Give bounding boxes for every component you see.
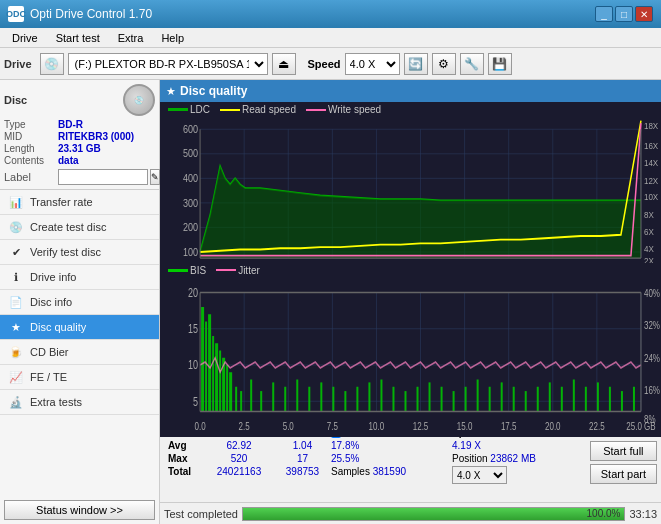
svg-text:7.5: 7.5	[327, 419, 339, 432]
drive-select[interactable]: (F:) PLEXTOR BD-R PX-LB950SA 1.06	[68, 53, 268, 75]
svg-text:4X: 4X	[644, 243, 654, 254]
total-row: Total 24021163 398753 Samples 381590 4.0…	[168, 466, 578, 484]
svg-rect-110	[453, 391, 455, 411]
nav-create-test-disc[interactable]: 💿 Create test disc	[0, 215, 159, 240]
nav-disc-quality-label: Disc quality	[30, 321, 86, 333]
right-panel: ★ Disc quality LDC Read speed	[160, 80, 661, 524]
max-bis: 17	[275, 453, 330, 464]
svg-rect-117	[537, 386, 539, 411]
nav-verify-test-disc-label: Verify test disc	[30, 246, 101, 258]
write-speed-legend: Write speed	[306, 104, 381, 115]
svg-text:22.5: 22.5	[589, 419, 605, 432]
nav-transfer-rate[interactable]: 📊 Transfer rate	[0, 190, 159, 215]
svg-rect-124	[621, 391, 623, 411]
title-bar-left: ODC Opti Drive Control 1.70	[8, 6, 152, 22]
svg-rect-123	[609, 386, 611, 411]
svg-text:15: 15	[188, 321, 198, 335]
total-ldc: 24021163	[204, 466, 274, 484]
speed-select-stats[interactable]: 4.0 X	[452, 466, 507, 484]
status-window-button[interactable]: Status window >>	[4, 500, 155, 520]
max-ldc: 520	[204, 453, 274, 464]
nav-cd-bier-label: CD Bier	[30, 346, 69, 358]
menu-start-test[interactable]: Start test	[48, 30, 108, 46]
svg-text:10X: 10X	[644, 192, 658, 203]
svg-rect-118	[549, 382, 551, 411]
svg-rect-85	[212, 336, 214, 411]
refresh-button[interactable]: 🔄	[404, 53, 428, 75]
svg-text:40%: 40%	[644, 286, 660, 299]
charts-container: LDC Read speed Write speed	[160, 102, 661, 422]
svg-rect-106	[404, 391, 406, 411]
svg-rect-100	[332, 386, 334, 411]
nav-verify-test-disc[interactable]: ✔ Verify test disc	[0, 240, 159, 265]
svg-rect-115	[513, 386, 515, 411]
ldc-legend: LDC	[168, 104, 210, 115]
svg-text:8X: 8X	[644, 209, 654, 220]
disc-info-icon: 📄	[8, 294, 24, 310]
minimize-button[interactable]: _	[595, 6, 613, 22]
disc-type-row: Type BD-R	[4, 119, 155, 130]
svg-rect-82	[201, 307, 204, 411]
svg-text:600: 600	[183, 123, 198, 135]
mid-value: RITEKBR3 (000)	[58, 131, 134, 142]
disc-length-row: Length 23.31 GB	[4, 143, 155, 154]
chart-header-icon: ★	[166, 85, 176, 98]
progress-text: 100.0%	[587, 508, 621, 520]
save-button[interactable]: 💾	[488, 53, 512, 75]
nav-drive-info-label: Drive info	[30, 271, 76, 283]
label-edit-button[interactable]: ✎	[150, 169, 160, 185]
svg-text:16X: 16X	[644, 140, 658, 151]
nav-extra-tests[interactable]: 🔬 Extra tests	[0, 390, 159, 415]
jitter-legend: Jitter	[216, 265, 260, 276]
app-title: Opti Drive Control 1.70	[30, 7, 152, 21]
position-label: Position 23862 MB	[452, 453, 542, 464]
menu-drive[interactable]: Drive	[4, 30, 46, 46]
svg-rect-101	[344, 391, 346, 411]
svg-rect-125	[633, 386, 635, 411]
avg-ldc: 62.92	[204, 440, 274, 451]
jitter-legend-label: Jitter	[238, 265, 260, 276]
svg-text:400: 400	[183, 172, 198, 184]
samples-value: 381590	[373, 466, 406, 477]
speed-select[interactable]: 4.0 X 1.0 X 2.0 X 6.0 X 8.0 X	[345, 53, 400, 75]
svg-rect-108	[429, 382, 431, 411]
bis-legend-label: BIS	[190, 265, 206, 276]
max-jitter: 25.5%	[331, 453, 451, 464]
svg-rect-94	[260, 391, 262, 411]
svg-text:15.0: 15.0	[457, 419, 473, 432]
disc-image: 💿	[123, 84, 155, 116]
start-part-button[interactable]: Start part	[590, 464, 657, 484]
nav-list: 📊 Transfer rate 💿 Create test disc ✔ Ver…	[0, 190, 159, 415]
menu-extra[interactable]: Extra	[110, 30, 152, 46]
write-speed-legend-label: Write speed	[328, 104, 381, 115]
maximize-button[interactable]: □	[615, 6, 633, 22]
menu-help[interactable]: Help	[153, 30, 192, 46]
svg-rect-93	[250, 379, 252, 411]
nav-drive-info[interactable]: ℹ Drive info	[0, 265, 159, 290]
drive-toolbar: Drive 💿 (F:) PLEXTOR BD-R PX-LB950SA 1.0…	[0, 48, 661, 80]
disc-title: Disc	[4, 94, 27, 106]
progress-bar-container: 100.0%	[242, 507, 625, 521]
label-label: Label	[4, 171, 56, 183]
eject-button[interactable]: ⏏	[272, 53, 296, 75]
time-text: 33:13	[629, 508, 657, 520]
nav-fe-te[interactable]: 📈 FE / TE	[0, 365, 159, 390]
extra-tests-icon: 🔬	[8, 394, 24, 410]
total-label: Total	[168, 466, 203, 484]
settings-button1[interactable]: ⚙	[432, 53, 456, 75]
type-label: Type	[4, 119, 56, 130]
start-full-button[interactable]: Start full	[590, 441, 657, 461]
nav-disc-quality[interactable]: ★ Disc quality	[0, 315, 159, 340]
close-button[interactable]: ✕	[635, 6, 653, 22]
disc-label-row: Label ✎	[4, 169, 155, 185]
svg-rect-107	[417, 386, 419, 411]
label-input[interactable]	[58, 169, 148, 185]
nav-fe-te-label: FE / TE	[30, 371, 67, 383]
verify-test-disc-icon: ✔	[8, 244, 24, 260]
total-bis: 398753	[275, 466, 330, 484]
speed-label: Speed	[308, 58, 341, 70]
nav-disc-info[interactable]: 📄 Disc info	[0, 290, 159, 315]
settings-button2[interactable]: 🔧	[460, 53, 484, 75]
bottom-chart-svg: 20 15 10 5 40% 32% 24% 16% 8%	[160, 278, 661, 438]
nav-cd-bier[interactable]: 🍺 CD Bier	[0, 340, 159, 365]
